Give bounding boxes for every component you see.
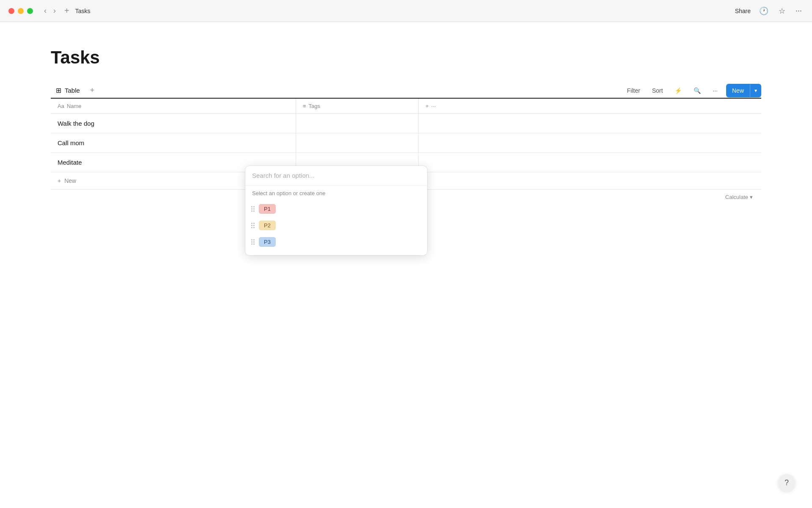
list-item[interactable]: P1 <box>245 201 427 217</box>
tag-p1-badge[interactable]: P1 <box>259 204 276 214</box>
row-3-extra <box>419 153 761 172</box>
tab-table[interactable]: ⊞ Table <box>51 83 85 99</box>
page-title: Tasks <box>51 47 761 68</box>
table-header: Aa Name ≡ Tags + ··· <box>51 99 761 114</box>
drag-handle-p3[interactable] <box>251 239 255 245</box>
add-column-icon[interactable]: + <box>425 103 429 109</box>
name-column-icon: Aa <box>58 103 64 109</box>
column-add[interactable]: + ··· <box>419 99 761 113</box>
add-page-button[interactable]: + <box>62 4 72 17</box>
row-2-name[interactable]: Call mom <box>51 133 296 152</box>
sort-button[interactable]: Sort <box>649 85 667 97</box>
tag-p2-badge[interactable]: P2 <box>259 221 276 230</box>
column-more-icon[interactable]: ··· <box>431 103 436 109</box>
column-name: Aa Name <box>51 99 296 113</box>
star-icon[interactable]: ☆ <box>777 5 787 17</box>
minimize-button[interactable] <box>18 8 24 14</box>
filter-button[interactable]: Filter <box>624 85 644 97</box>
close-button[interactable] <box>8 8 14 14</box>
back-button[interactable]: ‹ <box>41 5 49 17</box>
calculate-button[interactable]: Calculate ▾ <box>725 194 753 200</box>
nav-buttons: ‹ › <box>41 5 58 17</box>
add-view-button[interactable]: + <box>87 84 98 97</box>
row-2-tags[interactable] <box>296 133 419 152</box>
row-1-name[interactable]: Walk the dog <box>51 114 296 133</box>
tags-column-icon: ≡ <box>303 103 306 109</box>
more-table-options[interactable]: ··· <box>709 85 721 97</box>
titlebar: ‹ › + Tasks Share 🕐 ☆ ··· <box>0 0 812 22</box>
toolbar-right: Filter Sort ⚡ 🔍 ··· New ▾ <box>624 84 762 97</box>
forward-button[interactable]: › <box>51 5 58 17</box>
titlebar-actions: Share 🕐 ☆ ··· <box>735 5 804 17</box>
table-row: Call mom <box>51 133 761 153</box>
share-button[interactable]: Share <box>735 8 751 14</box>
list-item[interactable]: P3 <box>245 234 427 250</box>
new-entry-button[interactable]: New <box>726 84 750 97</box>
tab-table-label: Table <box>65 87 80 94</box>
drag-handle-p1[interactable] <box>251 206 255 212</box>
table-row: Walk the dog <box>51 114 761 133</box>
calculate-chevron: ▾ <box>750 194 753 200</box>
traffic-lights <box>8 8 33 14</box>
toolbar-left: ⊞ Table + <box>51 83 98 98</box>
new-dropdown-chevron[interactable]: ▾ <box>750 84 761 97</box>
row-1-extra <box>419 114 761 133</box>
add-row-label: New <box>64 177 76 184</box>
row-2-extra <box>419 133 761 152</box>
drag-handle-p2[interactable] <box>251 223 255 228</box>
history-icon[interactable]: 🕐 <box>757 5 770 17</box>
help-button[interactable]: ? <box>778 474 795 491</box>
tags-dropdown: Select an option or create one P1 <box>245 166 427 255</box>
add-row-icon: + <box>58 177 61 184</box>
dropdown-search-input[interactable] <box>252 172 420 179</box>
row-1-tags[interactable] <box>296 114 419 133</box>
column-tags: ≡ Tags <box>296 99 419 113</box>
new-button-group: New ▾ <box>726 84 761 97</box>
dropdown-options: P1 P2 <box>245 199 427 255</box>
dropdown-search-container <box>245 166 427 186</box>
list-item[interactable]: P2 <box>245 217 427 234</box>
tag-p3-badge[interactable]: P3 <box>259 237 276 247</box>
titlebar-title: Tasks <box>75 8 91 14</box>
lightning-icon[interactable]: ⚡ <box>671 85 685 97</box>
toolbar: ⊞ Table + Filter Sort ⚡ 🔍 ··· New ▾ <box>51 83 761 99</box>
maximize-button[interactable] <box>27 8 33 14</box>
table-icon: ⊞ <box>56 86 61 94</box>
more-options-icon[interactable]: ··· <box>794 5 804 17</box>
search-icon[interactable]: 🔍 <box>690 85 704 97</box>
dropdown-hint: Select an option or create one <box>245 186 427 199</box>
calculate-label: Calculate <box>725 194 748 200</box>
